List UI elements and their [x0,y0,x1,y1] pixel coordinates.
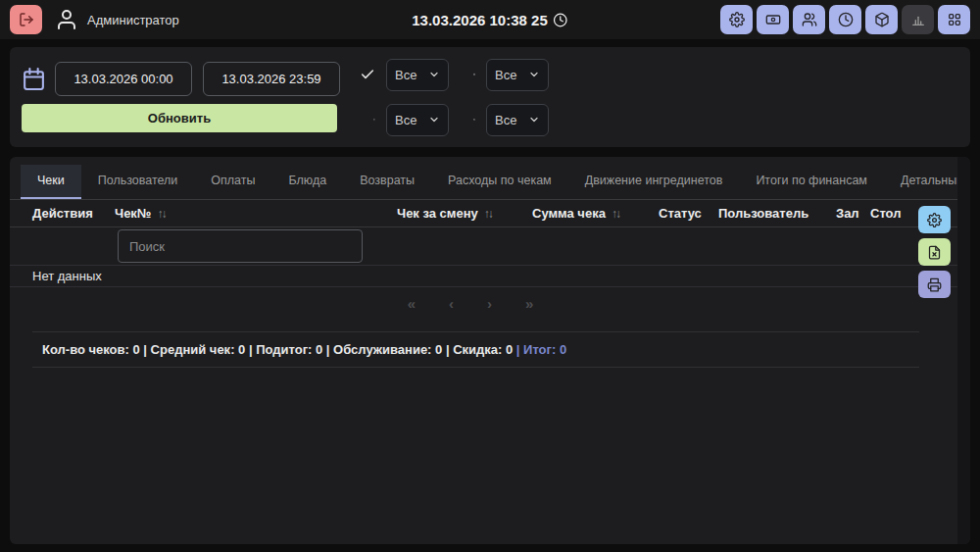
gear-icon [927,213,942,227]
status-select[interactable]: Все [386,59,449,91]
hall-select[interactable]: Все [486,59,549,91]
logout-button[interactable] [10,5,42,34]
filter-panel: Обновить Все Все Все [10,47,970,147]
table-settings-button[interactable] [918,206,951,233]
column-hall: Зал [836,206,870,221]
column-user: Пользователь [718,206,836,221]
totals-text: Кол-во чеков: 0 | Средний чек: 0 | Подит… [42,342,516,357]
status-select-value: Все [395,68,416,82]
chevron-down-icon [528,114,540,125]
calendar-icon [22,67,46,91]
staff-button[interactable] [793,5,825,34]
report-panel: Чеки Пользователи Оплаты Блюда Возвраты … [10,157,970,544]
chevron-down-icon [428,114,440,125]
export-excel-button[interactable] [918,238,951,266]
apps-grid-icon [947,12,962,27]
check-icon [360,67,375,82]
sort-icon[interactable]: ↑↓ [484,207,492,221]
column-actions: Действия [32,206,115,221]
tab-finance-totals[interactable]: Итоги по финансам [739,165,884,199]
reports-button[interactable] [902,5,934,34]
print-button[interactable] [918,271,951,298]
banknote-icon [473,112,475,127]
staff-icon [802,12,817,27]
column-check-per-shift[interactable]: Чек за смену ↑↓ [397,206,532,221]
tab-payments[interactable]: Оплаты [194,165,271,199]
totals-bar: Кол-во чеков: 0 | Средний чек: 0 | Подит… [32,331,919,368]
column-label: Зал [836,206,859,221]
column-label: Статус [659,206,702,221]
column-label: Пользователь [718,206,808,221]
payments-button[interactable] [757,5,789,34]
topbar: Администратор 13.03.2026 10:38 25 [0,0,980,39]
shifts-button[interactable] [829,5,861,34]
prev-page-button[interactable]: ‹ [449,295,454,312]
date-filter-group: Обновить [22,62,337,132]
user-icon [55,8,78,31]
hall-select-value: Все [495,68,516,82]
gear-icon [729,12,745,27]
table-header: Действия Чек№ ↑↓ Чек за смену ↑↓ Сумма ч… [10,200,970,227]
warehouse-button[interactable] [865,5,898,34]
search-input[interactable] [118,229,363,263]
tab-check-expenses[interactable]: Расходы по чекам [431,165,568,199]
last-page-button[interactable]: » [525,295,533,312]
column-check-sum[interactable]: Сумма чека ↑↓ [532,206,659,221]
tab-users[interactable]: Пользователи [81,165,195,199]
column-label: Чек№ [115,206,151,221]
logout-icon [19,12,34,27]
scrollbar-track[interactable] [957,157,970,544]
empty-state: Нет данных [10,266,970,287]
current-datetime: 13.03.2026 10:38 25 [412,12,567,28]
column-check-number[interactable]: Чек№ ↑↓ [115,206,397,221]
empty-state-text: Нет данных [32,269,102,283]
column-label: Стол [870,206,901,221]
column-status: Статус [659,206,718,221]
apps-button[interactable] [938,5,970,34]
chevron-down-icon [528,69,540,80]
search-row [10,227,970,266]
refresh-button[interactable]: Обновить [22,104,337,132]
column-label: Чек за смену [397,206,478,221]
filter-dropdowns: Все Все Все Все [360,59,549,136]
user-select-value: Все [395,113,416,127]
datetime-text: 13.03.2026 10:38 25 [412,12,547,28]
column-label: Сумма чека [532,206,606,221]
table-tools [918,206,951,298]
current-user-name: Администратор [87,13,179,27]
clock-icon [554,13,568,27]
file-excel-icon [927,245,942,260]
next-page-button[interactable]: › [487,295,492,312]
sort-icon[interactable]: ↑↓ [157,207,165,221]
grand-total-text: | Итог: 0 [516,342,566,357]
payment-select[interactable]: Все [486,104,549,136]
report-tabs: Чеки Пользователи Оплаты Блюда Возвраты … [10,157,970,200]
date-to-input[interactable] [203,62,340,96]
pagination: « ‹ › » [10,287,970,319]
box-icon [874,12,890,27]
settings-button[interactable] [720,5,753,34]
tab-returns[interactable]: Возвраты [343,165,431,199]
sort-icon[interactable]: ↑↓ [612,207,619,221]
column-label: Действия [32,206,93,221]
tab-dishes[interactable]: Блюда [272,165,344,199]
chevron-down-icon [428,69,440,80]
date-from-input[interactable] [55,62,192,96]
banknote-icon [765,12,781,27]
clock-icon [838,12,854,27]
column-table: Стол [870,206,919,221]
user-arrow-icon [373,112,375,127]
grid-icon [473,67,475,82]
tab-ingredients[interactable]: Движение ингрединетов [568,165,740,199]
printer-icon [927,277,942,292]
topbar-actions [720,5,970,34]
first-page-button[interactable]: « [408,295,416,312]
bar-chart-icon [910,12,926,27]
tab-checks[interactable]: Чеки [21,165,81,199]
payment-select-value: Все [495,113,516,127]
user-select[interactable]: Все [386,104,449,136]
